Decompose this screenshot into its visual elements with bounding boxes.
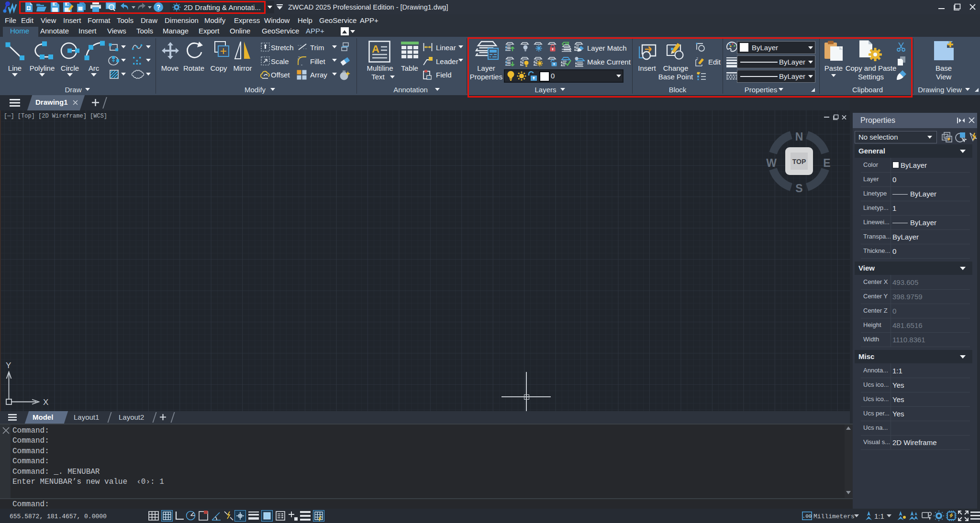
svg-text:Y: Y	[6, 361, 11, 370]
svg-text:E: E	[823, 157, 830, 169]
svg-text:A: A	[372, 43, 379, 55]
svg-text:.00: .00	[802, 513, 812, 519]
svg-text:N: N	[795, 131, 803, 143]
svg-text:X: X	[43, 398, 48, 407]
svg-text:S: S	[795, 182, 802, 195]
svg-text:W: W	[766, 157, 777, 169]
svg-text:TOP: TOP	[792, 158, 806, 165]
svg-text:A: A	[428, 76, 430, 79]
